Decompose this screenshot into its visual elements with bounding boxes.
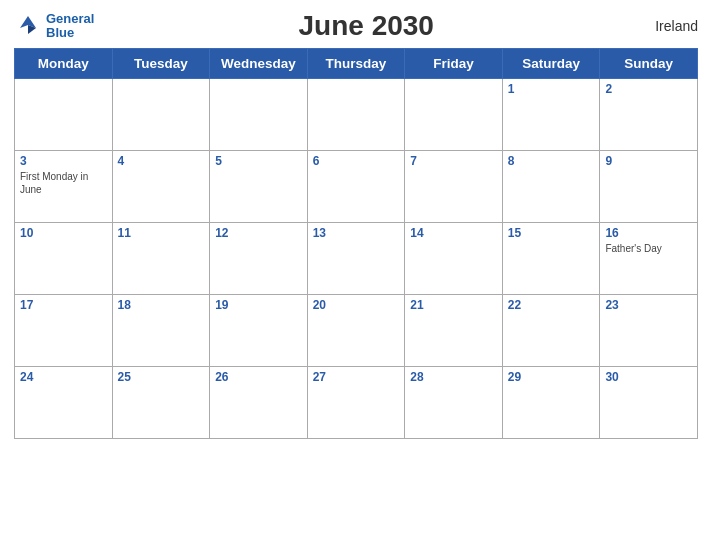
calendar-table: Monday Tuesday Wednesday Thursday Friday… bbox=[14, 48, 698, 439]
calendar-cell: 4 bbox=[112, 151, 210, 223]
day-number: 1 bbox=[508, 82, 595, 96]
event-label: First Monday in June bbox=[20, 170, 107, 196]
calendar-cell: 22 bbox=[502, 295, 600, 367]
calendar-row-1: 3First Monday in June456789 bbox=[15, 151, 698, 223]
calendar-cell bbox=[210, 79, 308, 151]
col-thursday: Thursday bbox=[307, 49, 405, 79]
calendar-cell: 6 bbox=[307, 151, 405, 223]
calendar-cell: 11 bbox=[112, 223, 210, 295]
calendar-cell: 21 bbox=[405, 295, 503, 367]
calendar-cell: 17 bbox=[15, 295, 113, 367]
day-number: 21 bbox=[410, 298, 497, 312]
calendar-cell: 7 bbox=[405, 151, 503, 223]
day-number: 6 bbox=[313, 154, 400, 168]
day-number: 27 bbox=[313, 370, 400, 384]
calendar-cell: 27 bbox=[307, 367, 405, 439]
day-number: 4 bbox=[118, 154, 205, 168]
logo-text: General Blue bbox=[46, 12, 94, 41]
logo-bird-icon bbox=[14, 12, 42, 40]
calendar-cell: 24 bbox=[15, 367, 113, 439]
header: General Blue June 2030 Ireland bbox=[14, 10, 698, 42]
calendar-cell: 5 bbox=[210, 151, 308, 223]
day-number: 17 bbox=[20, 298, 107, 312]
day-number: 7 bbox=[410, 154, 497, 168]
calendar-cell: 8 bbox=[502, 151, 600, 223]
calendar-cell: 25 bbox=[112, 367, 210, 439]
day-number: 3 bbox=[20, 154, 107, 168]
col-monday: Monday bbox=[15, 49, 113, 79]
col-saturday: Saturday bbox=[502, 49, 600, 79]
calendar-cell: 12 bbox=[210, 223, 308, 295]
day-number: 8 bbox=[508, 154, 595, 168]
calendar-row-4: 24252627282930 bbox=[15, 367, 698, 439]
day-number: 14 bbox=[410, 226, 497, 240]
calendar-cell: 29 bbox=[502, 367, 600, 439]
weekday-header-row: Monday Tuesday Wednesday Thursday Friday… bbox=[15, 49, 698, 79]
calendar-cell: 3First Monday in June bbox=[15, 151, 113, 223]
event-label: Father's Day bbox=[605, 242, 692, 255]
day-number: 30 bbox=[605, 370, 692, 384]
calendar-cell: 1 bbox=[502, 79, 600, 151]
calendar-cell bbox=[307, 79, 405, 151]
day-number: 19 bbox=[215, 298, 302, 312]
calendar-cell: 26 bbox=[210, 367, 308, 439]
col-tuesday: Tuesday bbox=[112, 49, 210, 79]
day-number: 13 bbox=[313, 226, 400, 240]
page: General Blue June 2030 Ireland Monday Tu… bbox=[0, 0, 712, 453]
calendar-body: 123First Monday in June45678910111213141… bbox=[15, 79, 698, 439]
calendar-cell bbox=[405, 79, 503, 151]
calendar-row-0: 12 bbox=[15, 79, 698, 151]
day-number: 2 bbox=[605, 82, 692, 96]
day-number: 29 bbox=[508, 370, 595, 384]
calendar-cell: 28 bbox=[405, 367, 503, 439]
day-number: 28 bbox=[410, 370, 497, 384]
calendar-row-2: 10111213141516Father's Day bbox=[15, 223, 698, 295]
day-number: 12 bbox=[215, 226, 302, 240]
calendar-cell bbox=[15, 79, 113, 151]
calendar-cell: 20 bbox=[307, 295, 405, 367]
col-friday: Friday bbox=[405, 49, 503, 79]
calendar-cell: 19 bbox=[210, 295, 308, 367]
day-number: 24 bbox=[20, 370, 107, 384]
day-number: 10 bbox=[20, 226, 107, 240]
calendar-cell: 10 bbox=[15, 223, 113, 295]
calendar-cell: 9 bbox=[600, 151, 698, 223]
day-number: 26 bbox=[215, 370, 302, 384]
day-number: 22 bbox=[508, 298, 595, 312]
calendar-cell: 30 bbox=[600, 367, 698, 439]
day-number: 11 bbox=[118, 226, 205, 240]
day-number: 20 bbox=[313, 298, 400, 312]
calendar-cell bbox=[112, 79, 210, 151]
calendar-cell: 14 bbox=[405, 223, 503, 295]
day-number: 18 bbox=[118, 298, 205, 312]
day-number: 15 bbox=[508, 226, 595, 240]
col-wednesday: Wednesday bbox=[210, 49, 308, 79]
calendar-cell: 23 bbox=[600, 295, 698, 367]
calendar-cell: 15 bbox=[502, 223, 600, 295]
day-number: 9 bbox=[605, 154, 692, 168]
calendar-title: June 2030 bbox=[94, 10, 638, 42]
col-sunday: Sunday bbox=[600, 49, 698, 79]
calendar-cell: 16Father's Day bbox=[600, 223, 698, 295]
calendar-cell: 13 bbox=[307, 223, 405, 295]
day-number: 16 bbox=[605, 226, 692, 240]
calendar-row-3: 17181920212223 bbox=[15, 295, 698, 367]
calendar-cell: 18 bbox=[112, 295, 210, 367]
day-number: 5 bbox=[215, 154, 302, 168]
country-label: Ireland bbox=[638, 18, 698, 34]
calendar-cell: 2 bbox=[600, 79, 698, 151]
logo: General Blue bbox=[14, 12, 94, 41]
day-number: 23 bbox=[605, 298, 692, 312]
day-number: 25 bbox=[118, 370, 205, 384]
